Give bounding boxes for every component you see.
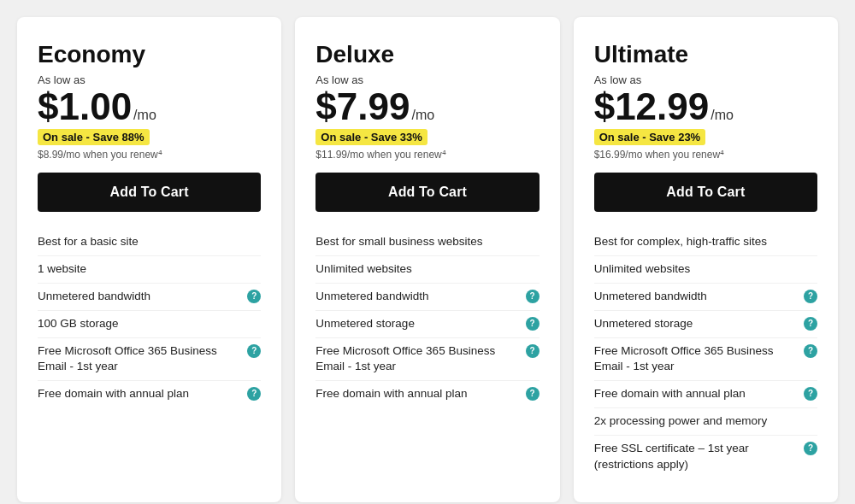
sale-badge-deluxe: On sale - Save 33% xyxy=(315,129,428,145)
feature-text: 1 website xyxy=(38,261,261,278)
feature-item: 2x processing power and memory xyxy=(594,408,817,436)
as-low-as-ultimate: As low as xyxy=(594,73,817,86)
renew-text-deluxe: $11.99/mo when you renew⁴ xyxy=(315,149,539,161)
plan-card-economy: EconomyAs low as$1.00/moOn sale - Save 8… xyxy=(17,17,281,502)
feature-text: 2x processing power and memory xyxy=(594,413,817,430)
renew-text-ultimate: $16.99/mo when you renew⁴ xyxy=(594,149,817,161)
info-icon[interactable]: ? xyxy=(804,442,817,455)
feature-text: Unmetered storage xyxy=(594,316,799,332)
feature-item: Unmetered storage? xyxy=(315,311,539,338)
feature-text: Unmetered bandwidth xyxy=(38,289,242,305)
price-row-ultimate: $12.99/mo xyxy=(594,88,817,126)
feature-text: Unmetered bandwidth xyxy=(594,289,799,305)
feature-item: 1 website xyxy=(38,256,261,284)
feature-item: Free Microsoft Office 365 Business Email… xyxy=(315,338,539,382)
feature-item: Unmetered storage? xyxy=(594,311,817,338)
feature-item: Free domain with annual plan? xyxy=(594,381,817,408)
feature-text: Unmetered storage xyxy=(315,316,520,332)
feature-item: Unmetered bandwidth? xyxy=(315,284,539,311)
price-amount-deluxe: $7.99 xyxy=(315,88,410,126)
pricing-grid: EconomyAs low as$1.00/moOn sale - Save 8… xyxy=(17,17,838,502)
info-icon[interactable]: ? xyxy=(804,344,817,358)
features-list-economy: Best for a basic site1 websiteUnmetered … xyxy=(38,229,261,407)
feature-item: Unmetered bandwidth? xyxy=(594,284,817,311)
feature-text: Free domain with annual plan xyxy=(315,386,520,402)
feature-item: Unlimited websites xyxy=(594,256,817,284)
feature-text: Unmetered bandwidth xyxy=(315,289,520,305)
feature-text: Free SSL certificate – 1st year (restric… xyxy=(594,441,799,473)
feature-text: Free Microsoft Office 365 Business Email… xyxy=(594,343,799,376)
feature-text: Best for complex, high-traffic sites xyxy=(594,234,817,250)
info-icon[interactable]: ? xyxy=(526,387,540,401)
info-icon[interactable]: ? xyxy=(804,290,817,303)
sale-badge-ultimate: On sale - Save 23% xyxy=(594,129,706,145)
plan-name-ultimate: Ultimate xyxy=(594,41,817,68)
feature-item: Best for small business websites xyxy=(315,229,539,256)
feature-item: Best for complex, high-traffic sites xyxy=(594,229,817,256)
price-amount-ultimate: $12.99 xyxy=(594,88,710,126)
features-list-deluxe: Best for small business websitesUnlimite… xyxy=(315,229,539,407)
feature-item: Free domain with annual plan? xyxy=(315,381,539,407)
info-icon[interactable]: ? xyxy=(247,290,261,303)
feature-text: 100 GB storage xyxy=(38,316,261,332)
feature-item: Free SSL certificate – 1st year (restric… xyxy=(594,436,817,478)
feature-item: Best for a basic site xyxy=(38,229,261,256)
plan-name-economy: Economy xyxy=(38,41,261,68)
feature-text: Free domain with annual plan xyxy=(38,386,242,402)
feature-item: Free Microsoft Office 365 Business Email… xyxy=(594,338,817,382)
feature-text: Unlimited websites xyxy=(315,261,539,278)
price-mo-economy: /mo xyxy=(133,108,156,123)
feature-text: Free domain with annual plan xyxy=(594,386,799,402)
feature-item: Unlimited websites xyxy=(315,256,539,284)
price-row-deluxe: $7.99/mo xyxy=(315,88,539,126)
feature-item: Free domain with annual plan? xyxy=(38,381,261,407)
info-icon[interactable]: ? xyxy=(526,317,540,331)
plan-card-ultimate: UltimateAs low as$12.99/moOn sale - Save… xyxy=(574,17,838,502)
feature-text: Free Microsoft Office 365 Business Email… xyxy=(315,343,520,376)
info-icon[interactable]: ? xyxy=(247,344,261,358)
feature-text: Best for small business websites xyxy=(315,234,539,250)
add-to-cart-btn-economy[interactable]: Add To Cart xyxy=(38,173,261,212)
info-icon[interactable]: ? xyxy=(804,317,817,331)
add-to-cart-btn-ultimate[interactable]: Add To Cart xyxy=(594,173,817,212)
info-icon[interactable]: ? xyxy=(526,344,540,358)
as-low-as-deluxe: As low as xyxy=(315,73,539,86)
price-mo-ultimate: /mo xyxy=(711,108,734,123)
feature-item: Free Microsoft Office 365 Business Email… xyxy=(38,338,261,382)
feature-text: Unlimited websites xyxy=(594,261,817,278)
feature-item: 100 GB storage xyxy=(38,311,261,338)
features-list-ultimate: Best for complex, high-traffic sitesUnli… xyxy=(594,229,817,478)
add-to-cart-btn-deluxe[interactable]: Add To Cart xyxy=(315,173,539,212)
feature-text: Free Microsoft Office 365 Business Email… xyxy=(38,343,242,376)
feature-text: Best for a basic site xyxy=(38,234,261,250)
info-icon[interactable]: ? xyxy=(247,387,261,401)
plan-card-deluxe: DeluxeAs low as$7.99/moOn sale - Save 33… xyxy=(295,17,559,502)
sale-badge-economy: On sale - Save 88% xyxy=(38,129,150,145)
price-row-economy: $1.00/mo xyxy=(38,88,261,126)
as-low-as-economy: As low as xyxy=(38,73,261,86)
renew-text-economy: $8.99/mo when you renew⁴ xyxy=(38,149,261,161)
feature-item: Unmetered bandwidth? xyxy=(38,284,261,311)
info-icon[interactable]: ? xyxy=(804,387,817,401)
plan-name-deluxe: Deluxe xyxy=(315,41,539,68)
price-amount-economy: $1.00 xyxy=(38,88,132,126)
price-mo-deluxe: /mo xyxy=(411,108,434,123)
info-icon[interactable]: ? xyxy=(526,290,540,303)
